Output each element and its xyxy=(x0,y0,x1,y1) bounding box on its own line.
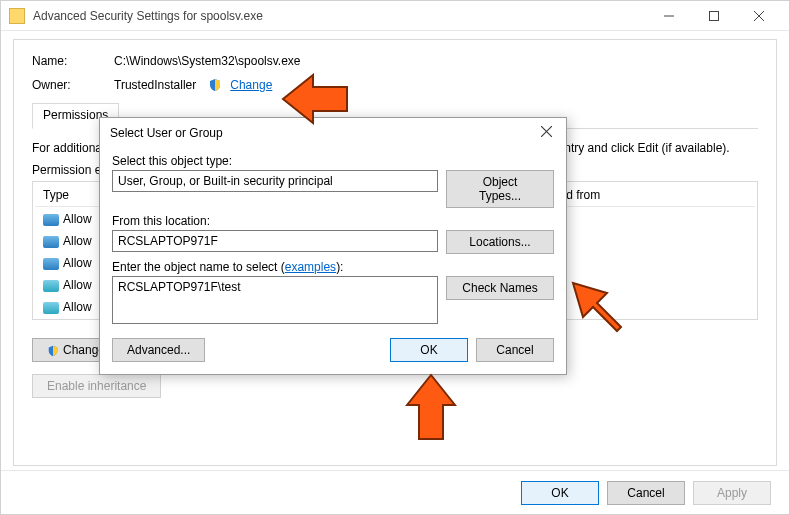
shield-icon xyxy=(208,78,222,92)
locations-button[interactable]: Locations... xyxy=(446,230,554,254)
svg-rect-1 xyxy=(709,11,718,20)
advanced-button[interactable]: Advanced... xyxy=(112,338,205,362)
dialog-close-button[interactable] xyxy=(536,126,556,140)
close-button[interactable] xyxy=(736,2,781,30)
object-name-input[interactable] xyxy=(112,276,438,324)
cancel-button[interactable]: Cancel xyxy=(607,481,685,505)
dialog-cancel-button[interactable]: Cancel xyxy=(476,338,554,362)
object-type-label: Select this object type: xyxy=(112,154,554,168)
name-label: Name: xyxy=(32,54,114,68)
object-types-button[interactable]: Object Types... xyxy=(446,170,554,208)
group-icon xyxy=(43,302,59,314)
maximize-button[interactable] xyxy=(691,2,736,30)
owner-value: TrustedInstaller xyxy=(114,78,196,92)
ok-button[interactable]: OK xyxy=(521,481,599,505)
examples-link[interactable]: examples xyxy=(285,260,336,274)
object-type-field[interactable] xyxy=(112,170,438,192)
window-title: Advanced Security Settings for spoolsv.e… xyxy=(33,9,646,23)
location-field[interactable] xyxy=(112,230,438,252)
folder-icon xyxy=(9,8,25,24)
group-icon xyxy=(43,280,59,292)
minimize-button[interactable] xyxy=(646,2,691,30)
bottombar: OK Cancel Apply xyxy=(1,470,789,514)
dialog-title: Select User or Group xyxy=(110,126,536,140)
location-label: From this location: xyxy=(112,214,554,228)
dialog-ok-button[interactable]: OK xyxy=(390,338,468,362)
name-value: C:\Windows\System32\spoolsv.exe xyxy=(114,54,301,68)
titlebar: Advanced Security Settings for spoolsv.e… xyxy=(1,1,789,31)
check-names-button[interactable]: Check Names xyxy=(446,276,554,300)
change-owner-link[interactable]: Change xyxy=(230,78,272,92)
select-user-dialog: Select User or Group Select this object … xyxy=(99,117,567,375)
enter-name-label: Enter the object name to select (example… xyxy=(112,260,554,274)
user-icon xyxy=(43,236,59,248)
enable-inheritance-button: Enable inheritance xyxy=(32,374,161,398)
user-icon xyxy=(43,214,59,226)
apply-button: Apply xyxy=(693,481,771,505)
owner-label: Owner: xyxy=(32,78,114,92)
user-icon xyxy=(43,258,59,270)
